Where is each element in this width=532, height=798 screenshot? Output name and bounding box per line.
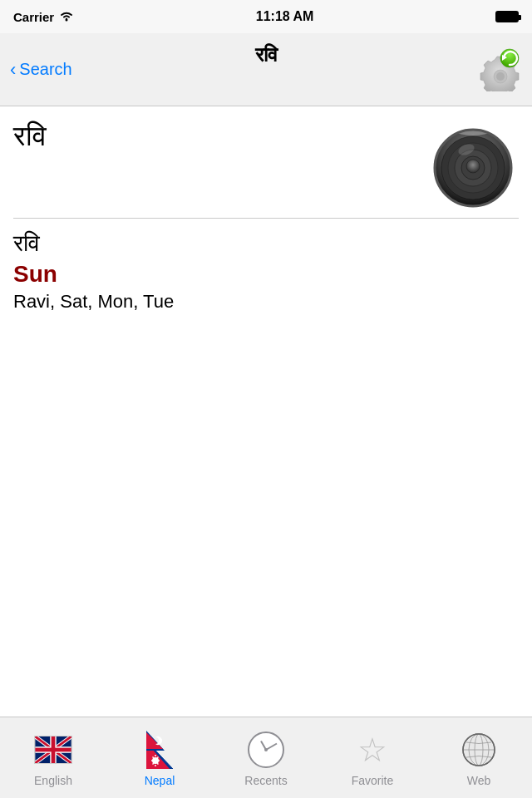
svg-point-10 (466, 160, 480, 173)
tab-english[interactable]: English (0, 717, 106, 798)
english-flag-icon (32, 729, 74, 771)
tab-recents[interactable]: Recents (213, 717, 319, 798)
nav-title: रवि (255, 43, 278, 66)
star-icon: ☆ (352, 729, 393, 771)
tab-web-label: Web (467, 774, 491, 787)
nav-bar: ‹ Search रवि (0, 33, 532, 106)
nepal-flag-icon (139, 729, 180, 771)
wifi-icon (59, 10, 74, 24)
svg-line-32 (153, 756, 154, 757)
def-english-text: Sun (13, 261, 519, 288)
tab-recents-label: Recents (244, 774, 287, 787)
status-bar: Carrier 11:18 AM (0, 0, 532, 33)
gear-icon (479, 48, 522, 91)
tab-web[interactable]: Web (426, 717, 532, 798)
carrier-label: Carrier (13, 10, 54, 24)
nepal-flag-svg (146, 731, 173, 769)
svg-line-34 (157, 756, 158, 757)
back-button[interactable]: ‹ Search (10, 59, 72, 81)
tab-nepal-label: Nepal (145, 774, 175, 787)
tab-english-label: English (34, 774, 72, 787)
clock-icon (245, 729, 287, 771)
back-label: Search (19, 60, 71, 79)
uk-flag-svg (34, 736, 72, 764)
def-nepali-text: रवि (13, 230, 519, 258)
word-header: रवि (0, 106, 532, 218)
svg-line-35 (153, 763, 154, 764)
globe-icon (458, 729, 500, 771)
carrier-info: Carrier (13, 10, 74, 24)
svg-point-0 (66, 18, 68, 21)
status-time: 11:18 AM (256, 9, 314, 24)
def-romanized-text: Ravi, Sat, Mon, Tue (13, 291, 519, 313)
battery-icon (495, 11, 519, 22)
tab-favorite-label: Favorite (352, 774, 394, 787)
svg-rect-22 (35, 747, 71, 751)
speaker-button[interactable] (427, 120, 519, 211)
back-arrow-icon: ‹ (10, 59, 16, 81)
tab-bar: English (0, 717, 532, 798)
svg-point-2 (496, 72, 505, 81)
headword-text: रवि (13, 120, 47, 153)
tab-nepal[interactable]: Nepal (106, 717, 213, 798)
tab-favorite[interactable]: ☆ Favorite (319, 717, 426, 798)
globe-svg (461, 732, 497, 768)
speaker-icon (427, 120, 519, 211)
settings-button[interactable] (479, 48, 522, 91)
svg-line-33 (157, 763, 158, 764)
definition-area: रवि Sun Ravi, Sat, Mon, Tue (0, 219, 532, 324)
